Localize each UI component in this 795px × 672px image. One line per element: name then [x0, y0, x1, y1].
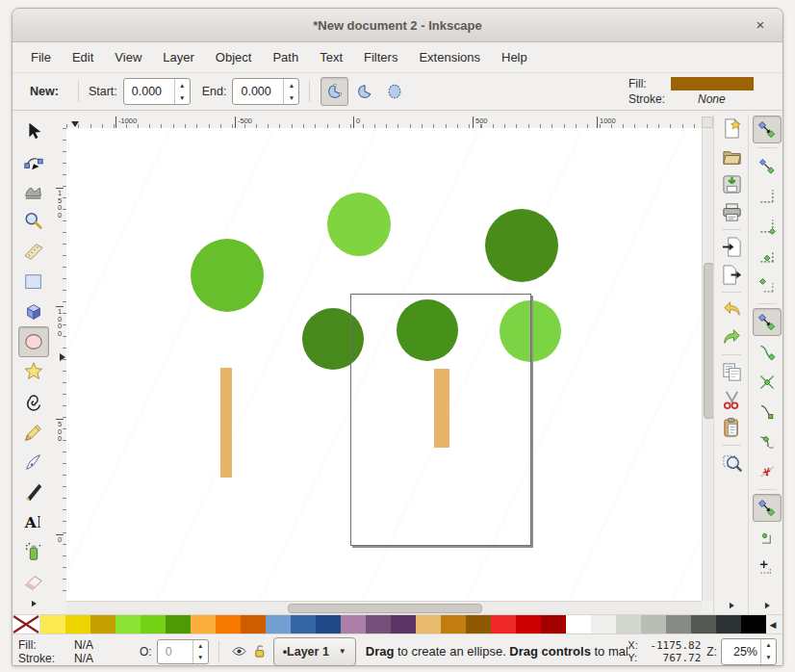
- palette-swatch[interactable]: [216, 615, 241, 633]
- palette-swatch[interactable]: [441, 615, 466, 633]
- menu-item-filters[interactable]: Filters: [353, 42, 408, 72]
- menu-item-object[interactable]: Object: [205, 42, 263, 72]
- snap-bbox-centers-button[interactable]: [753, 271, 782, 299]
- menu-item-view[interactable]: View: [104, 42, 152, 72]
- snap-nodes-button[interactable]: [753, 308, 782, 336]
- ruler-corner-button[interactable]: [702, 116, 713, 128]
- spin-down-icon[interactable]: ▼: [193, 652, 208, 663]
- palette-no-color-swatch[interactable]: [13, 615, 40, 633]
- end-value[interactable]: 0.000: [233, 79, 283, 104]
- snap-bbox-edge-midpoints-button[interactable]: [753, 242, 782, 270]
- menu-item-edit[interactable]: Edit: [62, 42, 104, 72]
- node-editor-tool[interactable]: [18, 146, 49, 176]
- menu-item-file[interactable]: File: [20, 42, 62, 72]
- calligraphy-tool[interactable]: [18, 477, 49, 506]
- spiral-tool[interactable]: [18, 387, 49, 417]
- toolbox-expander-icon[interactable]: [24, 597, 43, 610]
- palette-swatch[interactable]: [191, 615, 216, 633]
- palette-swatch[interactable]: [141, 615, 166, 633]
- start-value[interactable]: 0.000: [124, 79, 174, 104]
- copy-button[interactable]: [717, 358, 746, 386]
- palette-swatch[interactable]: [391, 615, 416, 633]
- palette-swatch[interactable]: [566, 615, 591, 633]
- palette-swatch[interactable]: [241, 615, 266, 633]
- text-tool[interactable]: A: [18, 507, 49, 537]
- palette-swatch[interactable]: [90, 615, 115, 633]
- start-spinbox[interactable]: 0.000 ▲▼: [123, 78, 191, 105]
- eraser-tool[interactable]: [18, 567, 49, 597]
- palette-swatch[interactable]: [291, 615, 316, 633]
- spin-down-icon[interactable]: ▼: [284, 91, 298, 104]
- layer-dropdown[interactable]: • Layer 1 ▼: [273, 637, 356, 666]
- undo-button[interactable]: [717, 296, 746, 323]
- spin-up-icon[interactable]: ▲: [761, 639, 776, 652]
- palette-swatch[interactable]: [115, 615, 141, 633]
- cut-button[interactable]: [717, 386, 746, 414]
- palette-swatch[interactable]: [316, 615, 341, 633]
- new-document-button[interactable]: [717, 115, 746, 142]
- tree-crown-circle[interactable]: [485, 209, 558, 282]
- selector-tool[interactable]: [18, 116, 49, 146]
- horizontal-scrollbar-thumb[interactable]: [288, 604, 482, 613]
- palette-swatch[interactable]: [516, 615, 541, 633]
- snap-bbox-edges-button[interactable]: [753, 182, 782, 210]
- zoom-spinbox[interactable]: 25% ▲▼: [721, 638, 777, 665]
- layer-lock-icon[interactable]: [251, 643, 268, 659]
- spin-up-icon[interactable]: ▲: [193, 640, 208, 652]
- title-bar[interactable]: *New document 2 - Inkscape ×: [13, 9, 782, 42]
- snap-enable-button[interactable]: [753, 116, 782, 143]
- save-document-button[interactable]: [717, 170, 746, 198]
- new-style-fill-swatch[interactable]: [671, 77, 754, 90]
- snap-paths-button[interactable]: [753, 338, 782, 366]
- palette-swatch[interactable]: [691, 615, 716, 633]
- tree-trunk-rect[interactable]: [220, 368, 232, 478]
- snap-path-intersections-button[interactable]: [753, 368, 782, 396]
- pencil-tool[interactable]: [18, 417, 49, 447]
- spin-up-icon[interactable]: ▲: [175, 79, 190, 91]
- palette-swatch[interactable]: [541, 615, 566, 633]
- palette-swatch[interactable]: [40, 615, 65, 633]
- tweak-tool[interactable]: [18, 176, 49, 206]
- snap-others-button[interactable]: [753, 494, 782, 522]
- zoom-tool[interactable]: [18, 207, 49, 237]
- fill-stroke-indicator[interactable]: Fill: N/A Stroke: N/A: [18, 638, 138, 665]
- palette-swatch[interactable]: [366, 615, 391, 633]
- ellipse-tool[interactable]: [18, 326, 49, 356]
- paste-button[interactable]: [717, 414, 746, 442]
- palette-swatch[interactable]: [266, 615, 291, 633]
- import-button[interactable]: [717, 233, 746, 261]
- spin-down-icon[interactable]: ▼: [761, 652, 776, 664]
- star-tool[interactable]: [18, 357, 49, 387]
- zoom-value[interactable]: 25%: [722, 639, 760, 664]
- bezier-pen-tool[interactable]: [18, 447, 49, 477]
- snap-bbox-corners-button[interactable]: [753, 212, 782, 240]
- snap-object-centers-button[interactable]: [753, 524, 782, 552]
- menu-item-help[interactable]: Help: [491, 42, 538, 72]
- tree-crown-circle[interactable]: [327, 193, 391, 256]
- palette-swatch[interactable]: [741, 615, 766, 633]
- opacity-value[interactable]: 0: [158, 640, 192, 663]
- spin-up-icon[interactable]: ▲: [284, 79, 298, 91]
- box-3d-tool[interactable]: [18, 297, 49, 326]
- palette-swatch[interactable]: [666, 615, 691, 633]
- commands-expander-icon[interactable]: [722, 599, 741, 612]
- spray-tool[interactable]: [18, 537, 49, 567]
- palette-swatch[interactable]: [616, 615, 641, 633]
- snap-cusp-nodes-button[interactable]: [753, 398, 782, 426]
- redo-button[interactable]: [717, 323, 746, 351]
- horizontal-scrollbar[interactable]: [66, 601, 702, 614]
- palette-swatch[interactable]: [491, 615, 516, 633]
- palette-swatch[interactable]: [466, 615, 491, 633]
- menu-item-path[interactable]: Path: [262, 42, 309, 72]
- menu-item-layer[interactable]: Layer: [152, 42, 205, 72]
- tree-crown-circle[interactable]: [191, 239, 264, 312]
- palette-swatch[interactable]: [641, 615, 666, 633]
- closed-arc-slice-button[interactable]: [321, 77, 348, 106]
- end-spinbox[interactable]: 0.000 ▲▼: [232, 78, 299, 105]
- palette-swatch[interactable]: [166, 615, 191, 633]
- palette-scroll-left-icon[interactable]: ◀: [766, 615, 780, 633]
- opacity-spinbox[interactable]: 0 ▲▼: [157, 639, 209, 664]
- snap-expander-icon[interactable]: [757, 599, 777, 612]
- palette-swatch[interactable]: [416, 615, 441, 633]
- open-document-button[interactable]: [717, 142, 746, 170]
